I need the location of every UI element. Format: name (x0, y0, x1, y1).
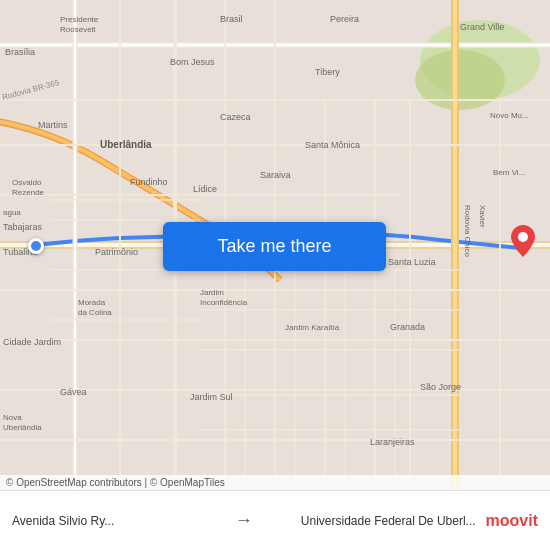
svg-text:Brasília: Brasília (5, 47, 35, 57)
svg-text:Tibery: Tibery (315, 67, 340, 77)
svg-text:Cidade Jardim: Cidade Jardim (3, 337, 61, 347)
svg-text:Uberlândia: Uberlândia (3, 423, 42, 432)
svg-point-79 (518, 232, 528, 242)
route-to-label: Universidade Federal De Uberl... (261, 514, 476, 528)
svg-text:Pereira: Pereira (330, 14, 359, 24)
take-me-there-button[interactable]: Take me there (163, 222, 386, 271)
svg-text:da Colina: da Colina (78, 308, 112, 317)
map-container: Brasília Presidente Roosevelt Brasil Per… (0, 0, 550, 490)
svg-text:Xavier: Xavier (478, 205, 487, 228)
svg-text:São Jorge: São Jorge (420, 382, 461, 392)
svg-text:Santa Luzia: Santa Luzia (388, 257, 436, 267)
svg-text:Laranjeiras: Laranjeiras (370, 437, 415, 447)
svg-text:Saraiva: Saraiva (260, 170, 291, 180)
moovit-logo: moovit (486, 512, 538, 530)
svg-text:Cazeca: Cazeca (220, 112, 251, 122)
svg-text:Jardim Sul: Jardim Sul (190, 392, 233, 402)
svg-text:Uberlândia: Uberlândia (100, 139, 152, 150)
svg-text:Morada: Morada (78, 298, 106, 307)
svg-text:agua: agua (3, 208, 21, 217)
svg-text:Fundinho: Fundinho (130, 177, 168, 187)
svg-text:Patrimônio: Patrimônio (95, 247, 138, 257)
route-from-label: Avenida Silvio Ry... (12, 514, 227, 528)
svg-text:Lídice: Lídice (193, 184, 217, 194)
svg-text:Osvaldo: Osvaldo (12, 178, 42, 187)
svg-text:Granada: Granada (390, 322, 425, 332)
destination-marker (511, 225, 535, 257)
origin-marker (28, 238, 44, 254)
route-arrow-icon: → (235, 510, 253, 531)
svg-text:Rezende: Rezende (12, 188, 45, 197)
svg-text:Brasil: Brasil (220, 14, 243, 24)
svg-text:Rodovia Chico: Rodovia Chico (463, 205, 472, 258)
svg-text:Novo Mu...: Novo Mu... (490, 111, 529, 120)
svg-text:Santa Mônica: Santa Mônica (305, 140, 360, 150)
svg-text:Bem Vi...: Bem Vi... (493, 168, 525, 177)
svg-text:Roosevelt: Roosevelt (60, 25, 96, 34)
svg-text:Gávea: Gávea (60, 387, 87, 397)
svg-text:Nova: Nova (3, 413, 22, 422)
svg-text:Martins: Martins (38, 120, 68, 130)
svg-text:Tabajaras: Tabajaras (3, 222, 43, 232)
svg-text:Presidente: Presidente (60, 15, 99, 24)
bottom-bar: Avenida Silvio Ry... → Universidade Fede… (0, 490, 550, 550)
svg-text:Grand Ville: Grand Ville (460, 22, 504, 32)
moovit-logo-text: moovit (486, 512, 538, 530)
map-attribution: © OpenStreetMap contributors | © OpenMap… (0, 475, 550, 490)
svg-text:Inconfidência: Inconfidência (200, 298, 248, 307)
svg-text:Jardim: Jardim (200, 288, 224, 297)
svg-text:Jardim Karaíba: Jardim Karaíba (285, 323, 340, 332)
svg-text:Bom Jesus: Bom Jesus (170, 57, 215, 67)
